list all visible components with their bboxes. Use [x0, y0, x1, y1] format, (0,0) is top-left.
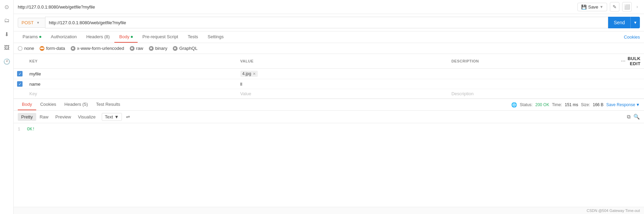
url-input[interactable] — [45, 17, 608, 28]
response-tab-body-label: Body — [22, 102, 32, 107]
col-check-header — [14, 54, 26, 69]
row1-key[interactable]: myfile — [26, 69, 237, 79]
row1-actions — [618, 69, 644, 79]
col-key-header: KEY — [26, 54, 237, 69]
format-tab-visualize[interactable]: Visualize — [74, 113, 99, 121]
save-button[interactable]: 💾 Save ▼ — [577, 3, 607, 11]
sidebar: ⊙ 🗂 ⬇ 🖼 🕐 — [0, 0, 14, 214]
row2-value[interactable]: ll — [237, 79, 448, 89]
status-value: 200 OK — [535, 102, 549, 107]
file-remove-icon[interactable]: ✕ — [253, 72, 256, 76]
empty-key[interactable]: Key — [26, 89, 237, 99]
response-body: 1 OK! — [14, 123, 644, 207]
tab-headers[interactable]: Headers (8) — [82, 31, 115, 43]
save-response-chevron-icon: ▼ — [636, 102, 640, 107]
tab-tests[interactable]: Tests — [183, 31, 203, 43]
save-response-label: Save Response — [606, 102, 635, 107]
tab-body[interactable]: Body — [114, 31, 138, 43]
response-tab-cookies[interactable]: Cookies — [36, 99, 60, 110]
size-label: Size: — [581, 102, 590, 107]
globe-icon: 🌐 — [511, 102, 517, 108]
empty-value[interactable]: Value — [237, 89, 448, 99]
tab-authorization[interactable]: Authorization — [46, 31, 82, 43]
share-icon[interactable]: ⊙ — [3, 3, 11, 11]
tab-settings-label: Settings — [208, 34, 224, 39]
save-response-button[interactable]: Save Response ▼ — [606, 102, 640, 107]
body-type-urlencoded[interactable]: x-www-form-urlencoded — [71, 46, 124, 51]
table-row: ✓ name ll — [14, 79, 644, 89]
table-row-empty: Key Value Description — [14, 89, 644, 99]
method-select[interactable]: POST ▼ — [18, 18, 45, 28]
format-tab-preview[interactable]: Preview — [52, 113, 74, 121]
body-type-form-data[interactable]: form-data — [40, 46, 65, 51]
tab-pre-request[interactable]: Pre-request Script — [138, 31, 183, 43]
body-type-none[interactable]: none — [18, 46, 34, 51]
tab-params[interactable]: Params — [18, 31, 46, 43]
desc-placeholder: Description — [451, 91, 474, 96]
response-ok-text: OK! — [27, 127, 35, 132]
response-tab-test-results[interactable]: Test Results — [92, 99, 124, 110]
three-dots-icon[interactable]: ··· — [621, 58, 626, 64]
tab-headers-label: Headers (8) — [86, 34, 110, 39]
body-type-binary[interactable]: binary — [149, 46, 167, 51]
col-value-header: VALUE — [237, 54, 448, 69]
format-tab-raw[interactable]: Raw — [36, 113, 52, 121]
search-icon[interactable]: 🔍 — [633, 114, 640, 120]
radio-urlencoded-label: x-www-form-urlencoded — [77, 46, 124, 51]
params-dot — [39, 36, 41, 38]
format-tab-raw-label: Raw — [40, 114, 48, 119]
save-label: Save — [588, 4, 598, 10]
response-tab-body[interactable]: Body — [18, 99, 36, 110]
value-placeholder: Value — [240, 91, 251, 96]
send-label: Send — [608, 20, 630, 25]
tab-authorization-label: Authorization — [51, 34, 77, 39]
row1-check: ✓ — [14, 69, 26, 79]
format-tab-pretty[interactable]: Pretty — [18, 113, 36, 121]
radio-form-data — [40, 46, 44, 51]
format-tab-pretty-label: Pretty — [21, 114, 33, 119]
response-tab-headers[interactable]: Headers (5) — [60, 99, 92, 110]
body-type-raw[interactable]: raw — [130, 46, 143, 51]
file-name: 4.jpg — [242, 71, 251, 76]
response-tab-cookies-label: Cookies — [40, 102, 56, 107]
response-line-1: 1 OK! — [18, 127, 640, 132]
tab-settings[interactable]: Settings — [203, 31, 228, 43]
radio-none — [18, 46, 23, 51]
row2-key[interactable]: name — [26, 79, 237, 89]
radio-graphql-label: GraphQL — [179, 46, 197, 51]
time-value: 151 ms — [565, 102, 578, 107]
wrap-icon[interactable]: ⇌ — [124, 113, 132, 121]
method-chevron-icon: ▼ — [36, 21, 40, 25]
line-number-1: 1 — [18, 127, 20, 132]
radio-none-label: none — [24, 46, 34, 51]
checkbox-1[interactable]: ✓ — [17, 71, 23, 76]
empty-desc[interactable]: Description — [448, 89, 618, 99]
params-table-container: KEY VALUE DESCRIPTION ··· Bulk Edit ✓ — [14, 54, 644, 99]
expand-button[interactable]: ⬜ — [622, 2, 632, 12]
empty-actions — [618, 89, 644, 99]
row1-desc[interactable] — [448, 69, 618, 79]
download-icon[interactable]: ⬇ — [3, 30, 11, 38]
history-icon[interactable]: 🕐 — [3, 57, 11, 66]
save-icon: 💾 — [581, 4, 587, 10]
main-content: http://127.0.0.1:8080/web/getfile?myfile… — [14, 0, 644, 214]
row2-desc[interactable] — [448, 79, 618, 89]
bulk-edit-label[interactable]: Bulk Edit — [628, 56, 641, 66]
request-bar: POST ▼ Send ▼ — [14, 14, 644, 31]
text-format-chevron-icon: ▼ — [114, 114, 119, 119]
cookies-link[interactable]: Cookies — [624, 34, 640, 40]
params-table: KEY VALUE DESCRIPTION ··· Bulk Edit ✓ — [14, 54, 644, 99]
status-label: Status: — [520, 102, 532, 107]
checkbox-2[interactable]: ✓ — [17, 81, 23, 87]
edit-button[interactable]: ✎ — [610, 2, 619, 12]
text-format-select[interactable]: Text ▼ — [102, 113, 122, 121]
body-type-graphql[interactable]: GraphQL — [173, 46, 197, 51]
copy-icon[interactable]: ⧉ — [627, 114, 631, 120]
image-icon[interactable]: 🖼 — [3, 44, 11, 52]
collapse-button[interactable]: › — [634, 2, 640, 12]
send-button[interactable]: Send ▼ — [608, 17, 640, 28]
folder-icon[interactable]: 🗂 — [3, 16, 11, 25]
file-tag: 4.jpg ✕ — [240, 71, 258, 77]
tab-body-label: Body — [119, 34, 129, 39]
radio-binary-label: binary — [155, 46, 167, 51]
